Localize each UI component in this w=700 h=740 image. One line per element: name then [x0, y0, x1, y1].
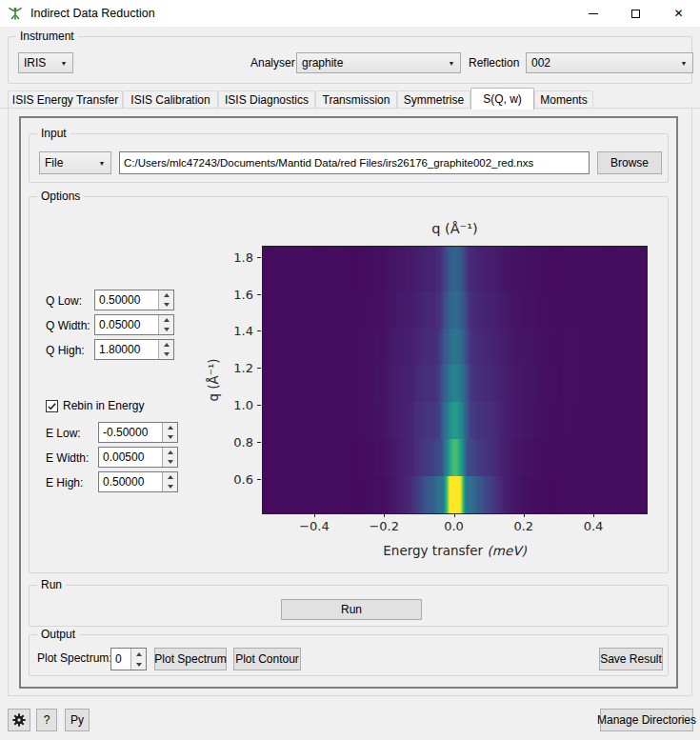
- y-tick-mark: [257, 405, 261, 406]
- spin-up-button[interactable]: [159, 315, 173, 325]
- plot-spectrum-button[interactable]: Plot Spectrum: [154, 648, 227, 670]
- run-group: Run Run: [29, 585, 669, 627]
- x-tick-mark: [593, 513, 594, 517]
- spin-up-button[interactable]: [159, 340, 173, 350]
- input-source-combobox[interactable]: File ▼: [39, 151, 111, 174]
- plot-contour-button[interactable]: Plot Contour: [233, 648, 301, 670]
- instrument-group: Instrument IRIS ▼ Analyser graphite ▼ Re…: [8, 36, 692, 84]
- y-tick-mark: [257, 257, 261, 258]
- tab-isis-calibration[interactable]: ISIS Calibration: [123, 90, 218, 109]
- spin-up-button[interactable]: [163, 448, 177, 457]
- gear-icon: [12, 713, 26, 727]
- output-group-label: Output: [37, 628, 79, 641]
- instrument-group-label: Instrument: [16, 30, 78, 43]
- tab-sqw[interactable]: S(Q, w): [470, 88, 534, 110]
- y-tick-label: 1.8: [233, 250, 253, 264]
- spin-down-button[interactable]: [163, 457, 177, 467]
- e-high-value: 0.50000: [99, 472, 162, 491]
- file-path-value: C:/Users/mlc47243/Documents/Mantid Data/…: [124, 157, 533, 169]
- tab-isis-diagnostics[interactable]: ISIS Diagnostics: [218, 90, 315, 109]
- x-tick-label: 0.2: [513, 519, 533, 533]
- tab-isis-energy-transfer[interactable]: ISIS Energy Transfer: [8, 90, 123, 109]
- help-button[interactable]: ?: [36, 709, 57, 731]
- maximize-button[interactable]: [614, 0, 657, 27]
- spin-up-button[interactable]: [159, 290, 173, 300]
- instrument-combobox[interactable]: IRIS ▼: [18, 52, 73, 73]
- analyser-combobox[interactable]: graphite ▼: [296, 52, 461, 73]
- tab-bar: ISIS Energy Transfer ISIS Calibration IS…: [0, 88, 700, 109]
- chevron-down-icon: ▼: [443, 60, 460, 67]
- input-group: Input File ▼ C:/Users/mlc47243/Documents…: [29, 133, 669, 183]
- y-tick-mark: [257, 294, 261, 295]
- e-high-spinbox[interactable]: 0.50000: [98, 471, 178, 492]
- rebin-in-energy-checkbox[interactable]: Rebin in Energy: [46, 399, 144, 412]
- spin-down-button[interactable]: [163, 432, 177, 442]
- plot-y-axis-label: q (Å⁻¹): [206, 285, 221, 475]
- x-tick-label: −0.2: [369, 519, 399, 533]
- x-tick-mark: [454, 513, 455, 517]
- q-high-spinbox[interactable]: 1.80000: [94, 339, 174, 360]
- reflection-combobox[interactable]: 002 ▼: [526, 52, 693, 73]
- y-tick-mark: [257, 368, 261, 369]
- x-tick-label: −0.4: [299, 519, 330, 533]
- reflection-label: Reflection: [469, 56, 519, 70]
- spin-up-button[interactable]: [131, 649, 146, 659]
- sqw-preview-plot: q (Å⁻¹) q (Å⁻¹) Energy transfer (meV) −0…: [202, 215, 683, 570]
- q-high-label: Q High:: [46, 344, 85, 357]
- analyser-label: Analyser: [250, 56, 295, 70]
- e-low-spinbox[interactable]: -0.50000: [98, 422, 178, 443]
- rebin-in-energy-label: Rebin in Energy: [63, 399, 144, 412]
- run-button[interactable]: Run: [281, 599, 422, 620]
- browse-button[interactable]: Browse: [597, 151, 662, 174]
- q-width-value: 0.05000: [95, 315, 158, 334]
- spin-down-button[interactable]: [159, 300, 173, 310]
- plot-spectrum-spinbox[interactable]: 0: [110, 648, 147, 670]
- heatmap-canvas: [263, 247, 647, 513]
- e-width-spinbox[interactable]: 0.00500: [98, 447, 178, 468]
- file-path-input[interactable]: C:/Users/mlc47243/Documents/Mantid Data/…: [119, 151, 590, 174]
- instrument-combobox-value: IRIS: [19, 56, 55, 70]
- e-width-value: 0.00500: [99, 448, 162, 467]
- reflection-combobox-value: 002: [527, 56, 675, 70]
- y-tick-label: 1.2: [233, 361, 253, 375]
- q-high-value: 1.80000: [95, 340, 158, 359]
- e-high-label: E High:: [46, 476, 83, 490]
- y-tick-label: 1.0: [233, 398, 253, 412]
- tab-symmetrise[interactable]: Symmetrise: [397, 90, 470, 109]
- spin-down-button[interactable]: [159, 325, 173, 334]
- save-result-button[interactable]: Save Result: [599, 648, 663, 670]
- q-width-spinbox[interactable]: 0.05000: [94, 314, 174, 335]
- q-low-spinbox[interactable]: 0.50000: [94, 290, 174, 310]
- manage-directories-button[interactable]: Manage Directories: [600, 709, 693, 731]
- y-tick-mark: [257, 330, 261, 331]
- spin-down-button[interactable]: [131, 659, 146, 670]
- spin-down-button[interactable]: [159, 350, 173, 359]
- y-tick-mark: [257, 479, 261, 480]
- analyser-combobox-value: graphite: [297, 56, 443, 70]
- tab-transmission[interactable]: Transmission: [315, 90, 397, 109]
- chevron-down-icon: ▼: [55, 60, 72, 67]
- mantid-app-icon: [8, 6, 23, 21]
- spin-up-button[interactable]: [163, 472, 177, 482]
- python-export-button[interactable]: Py: [65, 709, 90, 731]
- q-width-label: Q Width:: [46, 319, 90, 332]
- y-tick-label: 0.6: [233, 472, 253, 487]
- q-low-label: Q Low:: [46, 294, 82, 308]
- tab-moments[interactable]: Moments: [534, 90, 593, 109]
- spin-down-button[interactable]: [163, 482, 177, 491]
- spin-up-button[interactable]: [163, 423, 177, 432]
- chevron-down-icon: ▼: [93, 160, 110, 167]
- close-button[interactable]: ✕: [657, 0, 700, 27]
- x-tick-mark: [384, 513, 385, 517]
- minimize-button[interactable]: [571, 0, 614, 27]
- x-tick-label: 0.0: [444, 519, 464, 533]
- x-tick-mark: [524, 513, 525, 517]
- settings-button[interactable]: [8, 709, 30, 731]
- plot-spectrum-value: 0: [111, 649, 130, 670]
- input-group-label: Input: [37, 127, 70, 140]
- x-tick-mark: [314, 513, 315, 517]
- run-group-label: Run: [37, 578, 66, 591]
- close-icon: ✕: [673, 8, 683, 19]
- y-tick-label: 0.8: [233, 435, 253, 450]
- y-tick-label: 1.4: [233, 324, 253, 338]
